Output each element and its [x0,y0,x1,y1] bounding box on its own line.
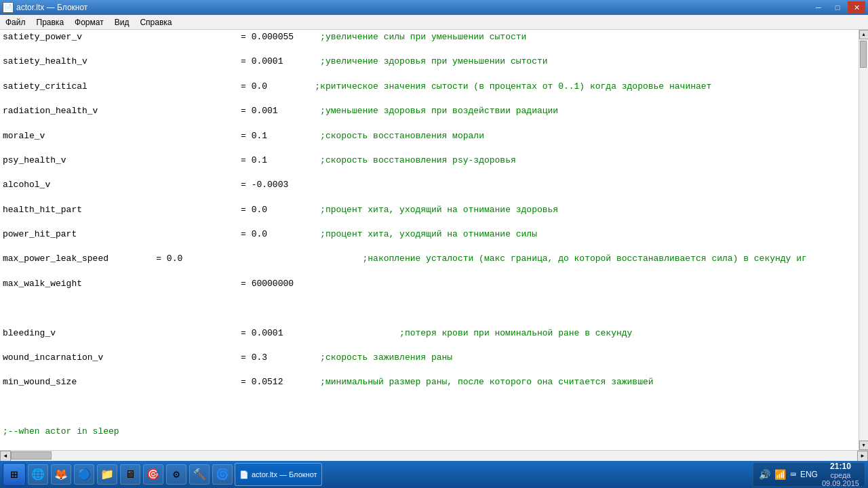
title-bar: 📄 actor.ltx — Блокнот ─ □ ✕ [0,0,868,15]
active-window-icon: 📄 [239,470,249,479]
taskbar: ⊞ 🌐 🦊 🔵 📁 🖥 🎯 ⚙ 🔨 🌀 📄 actor.ltx — Блокно… [0,461,868,488]
menu-format[interactable]: Формат [69,15,109,29]
network-icon[interactable]: 📶 [774,469,786,481]
app-icon: 📄 [3,2,14,13]
taskbar-icon-gear[interactable]: ⚙ [166,464,186,485]
taskbar-icon-hammer[interactable]: 🔨 [189,464,210,485]
menu-help[interactable]: Справка [134,15,177,29]
taskbar-icon-target[interactable]: 🎯 [143,464,163,485]
scroll-track[interactable] [859,39,868,441]
scroll-right-button[interactable]: ► [857,451,868,462]
taskbar-icon-spiral[interactable]: 🌀 [212,464,233,485]
window-controls: ─ □ ✕ [810,1,865,14]
scroll-down-button[interactable]: ▼ [859,441,869,450]
taskbar-left: ⊞ 🌐 🦊 🔵 📁 🖥 🎯 ⚙ 🔨 🌀 📄 actor.ltx — Блокно… [3,463,322,486]
day-display: среда [830,471,850,479]
taskbar-icon-ie[interactable]: 🌐 [28,464,48,485]
taskbar-icon-files[interactable]: 📁 [97,464,117,485]
editor-container: satiety_power_v = 0.000055 ;увеличение с… [0,30,868,450]
menu-bar: Файл Правка Формат Вид Справка [0,15,868,30]
taskbar-right: 🔊 📶 ⌨ ENG 21:10 среда 09.09.2015 [753,462,865,487]
menu-edit[interactable]: Правка [31,15,70,29]
date-display: 09.09.2015 [822,479,859,487]
scroll-thumb[interactable] [860,41,867,68]
scroll-up-button[interactable]: ▲ [859,30,869,39]
vertical-scrollbar[interactable]: ▲ ▼ [859,30,868,450]
active-window-title: actor.ltx — Блокнот [252,470,317,479]
maximize-button[interactable]: □ [829,1,846,14]
time-display: 21:10 [830,462,851,471]
editor-content[interactable]: satiety_power_v = 0.000055 ;увеличение с… [0,30,859,450]
clock[interactable]: 21:10 среда 09.09.2015 [822,462,859,487]
volume-icon[interactable]: 🔊 [759,469,770,481]
window-title: actor.ltx — Блокнот [16,3,87,12]
minimize-button[interactable]: ─ [810,1,827,14]
h-scroll-thumb[interactable] [11,451,52,460]
scroll-left-button[interactable]: ◄ [0,451,11,462]
horizontal-scrollbar[interactable]: ◄ ► [0,450,868,461]
start-button[interactable]: ⊞ [3,463,26,486]
menu-view[interactable]: Вид [109,15,135,29]
taskbar-icon-monitor[interactable]: 🖥 [120,464,140,485]
taskbar-active-window[interactable]: 📄 actor.ltx — Блокнот [235,463,322,486]
keyboard-icon[interactable]: ⌨ [790,469,795,481]
h-scroll-track[interactable] [11,451,857,461]
close-button[interactable]: ✕ [848,1,865,14]
menu-file[interactable]: Файл [0,15,31,29]
taskbar-icon-firefox[interactable]: 🦊 [51,464,71,485]
lang-label[interactable]: ENG [800,470,818,479]
taskbar-icon-chrome[interactable]: 🔵 [74,464,94,485]
